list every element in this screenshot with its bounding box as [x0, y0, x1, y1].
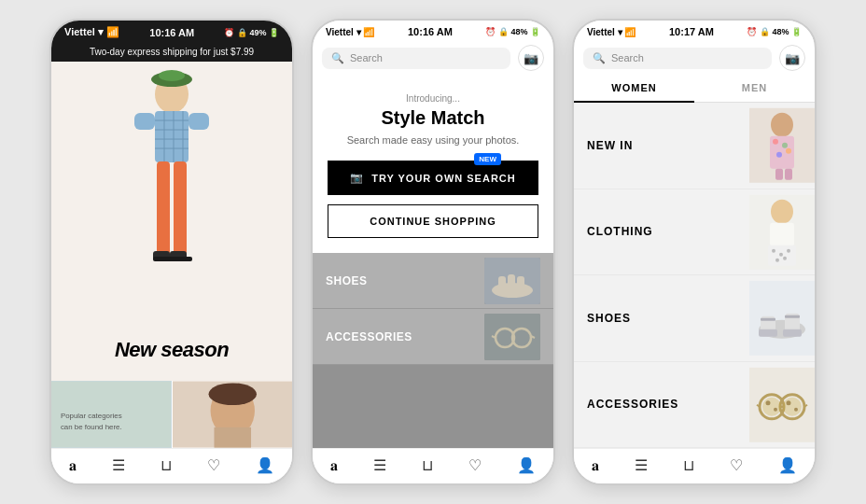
nav-bag-2[interactable]: ⊔: [422, 456, 433, 474]
svg-point-50: [772, 248, 775, 252]
hero-figure: [125, 66, 218, 318]
svg-rect-12: [189, 113, 209, 130]
shoes-img: [484, 258, 540, 304]
nav-user-2[interactable]: 👤: [517, 456, 536, 474]
svg-point-40: [773, 139, 778, 145]
svg-point-66: [762, 397, 781, 415]
cat-box-2[interactable]: [173, 381, 293, 448]
search-input-2[interactable]: 🔍 Search: [322, 48, 510, 69]
category-list: NEW IN: [574, 103, 815, 448]
nav-search-2[interactable]: ☰: [373, 456, 386, 474]
category-shoes[interactable]: SHOES: [574, 275, 815, 362]
hero-text: New season: [51, 338, 292, 362]
status-bar-1: Viettel ▾ 📶 10:16 AM ⏰ 🔒 49% 🔋: [51, 21, 292, 42]
svg-text:can be found here.: can be found here.: [61, 423, 122, 431]
shoes-label: SHOES: [587, 312, 631, 325]
new-in-label: NEW IN: [587, 139, 633, 152]
nav-home-1[interactable]: 𝐚: [69, 457, 77, 474]
search-input-3[interactable]: 🔍 Search: [583, 48, 772, 69]
camera-button-2[interactable]: 📷: [518, 45, 544, 71]
svg-rect-59: [759, 329, 777, 337]
modal-desc: Search made easy using your photos.: [328, 134, 538, 146]
svg-point-41: [782, 143, 788, 148]
svg-point-24: [208, 383, 256, 405]
svg-rect-44: [775, 169, 783, 180]
svg-rect-11: [134, 113, 155, 130]
nav-search-3[interactable]: ☰: [635, 456, 648, 474]
bottom-nav-2: 𝐚 ☰ ⊔ ♡ 👤: [313, 448, 553, 483]
svg-rect-13: [157, 161, 170, 255]
cat-box-1[interactable]: Popular categories can be found here.: [51, 381, 173, 448]
svg-point-69: [774, 407, 777, 411]
search-icon-3: 🔍: [593, 52, 606, 64]
status-bar-3: Viettel ▾ 📶 10:17 AM ⏰ 🔒 48% 🔋: [574, 21, 815, 41]
nav-heart-2[interactable]: ♡: [468, 456, 482, 474]
clothing-label: CLOTHING: [587, 225, 653, 238]
nav-heart-1[interactable]: ♡: [207, 456, 220, 474]
tab-women[interactable]: WOMEN: [574, 75, 694, 103]
nav-home-3[interactable]: 𝐚: [592, 457, 599, 474]
search-placeholder-3: Search: [611, 52, 644, 63]
accessories-img: [484, 314, 540, 360]
nav-heart-3[interactable]: ♡: [730, 456, 743, 474]
svg-point-38: [771, 113, 793, 137]
gender-tabs: WOMEN MEN: [574, 75, 815, 103]
svg-rect-45: [785, 169, 792, 180]
modal-title: Style Match: [328, 107, 538, 129]
modal-card: Introducing... Style Match Search made e…: [313, 75, 553, 253]
svg-rect-29: [508, 274, 515, 291]
svg-point-52: [787, 248, 790, 252]
shoes-img-3: [749, 275, 815, 361]
category-clothing[interactable]: CLOTHING: [574, 189, 815, 276]
banner-strip: Two-day express shipping for just $7.99: [51, 42, 292, 62]
cat-img-2: [173, 381, 293, 448]
carrier-3: Viettel ▾ 📶: [587, 27, 636, 37]
svg-point-2: [159, 70, 185, 81]
svg-rect-28: [498, 276, 506, 293]
continue-shopping-button[interactable]: CONTINUE SHOPPING: [328, 204, 538, 238]
tab-men[interactable]: MEN: [694, 75, 815, 103]
svg-point-42: [776, 152, 782, 158]
clothing-img: [749, 189, 815, 275]
carrier-2: Viettel ▾ 📶: [326, 27, 374, 37]
svg-point-53: [775, 258, 779, 261]
svg-rect-61: [761, 318, 775, 321]
category-new-in[interactable]: NEW IN: [574, 103, 815, 189]
categories-row-1: Popular categories can be found here.: [51, 381, 292, 448]
backdrop-shoes: SHOES: [313, 253, 553, 309]
search-bar-row-2: 🔍 Search 📷: [313, 41, 553, 75]
phone-2: Viettel ▾ 📶 10:16 AM ⏰ 🔒 48% 🔋 🔍 Search …: [311, 19, 555, 485]
battery-3: ⏰ 🔒 48% 🔋: [747, 27, 802, 36]
nav-bag-3[interactable]: ⊔: [683, 456, 694, 474]
svg-point-68: [766, 400, 771, 405]
svg-rect-3: [155, 111, 189, 162]
svg-rect-18: [170, 257, 192, 261]
carrier-1: Viettel ▾ 📶: [64, 26, 119, 38]
modal-backdrop: SHOES ACCESSORIES: [313, 253, 553, 448]
svg-text:Popular categories: Popular categories: [61, 412, 122, 420]
camera-button-3[interactable]: 📷: [779, 45, 805, 71]
nav-bag-1[interactable]: ⊔: [161, 456, 172, 474]
cat-img-1: Popular categories can be found here.: [51, 381, 172, 448]
backdrop-accessories: ACCESSORIES: [313, 309, 553, 365]
time-2: 10:16 AM: [408, 26, 453, 37]
svg-rect-30: [517, 276, 524, 293]
svg-rect-25: [214, 427, 251, 448]
category-accessories[interactable]: ACCESSORIES: [574, 362, 815, 449]
svg-rect-62: [785, 315, 800, 318]
battery-2: ⏰ 🔒 48% 🔋: [485, 27, 540, 36]
nav-search-1[interactable]: ☰: [112, 456, 125, 474]
modal-introducing: Introducing...: [328, 93, 538, 104]
nav-user-3[interactable]: 👤: [778, 456, 797, 474]
nav-home-2[interactable]: 𝐚: [330, 457, 338, 474]
nav-user-1[interactable]: 👤: [256, 456, 274, 474]
phone2-content: Introducing... Style Match Search made e…: [313, 75, 553, 448]
bottom-nav-3: 𝐚 ☰ ⊔ ♡ 👤: [574, 448, 815, 483]
phone-1: Viettel ▾ 📶 10:16 AM ⏰ 🔒 49% 🔋 Two-day e…: [49, 19, 294, 485]
accessories-label: ACCESSORIES: [587, 398, 678, 411]
svg-rect-14: [174, 161, 187, 255]
try-search-button[interactable]: 📷 TRY YOUR OWN SEARCH: [328, 161, 538, 195]
svg-point-71: [794, 407, 798, 411]
search-icon-2: 🔍: [331, 52, 344, 64]
time-3: 10:17 AM: [669, 26, 714, 37]
